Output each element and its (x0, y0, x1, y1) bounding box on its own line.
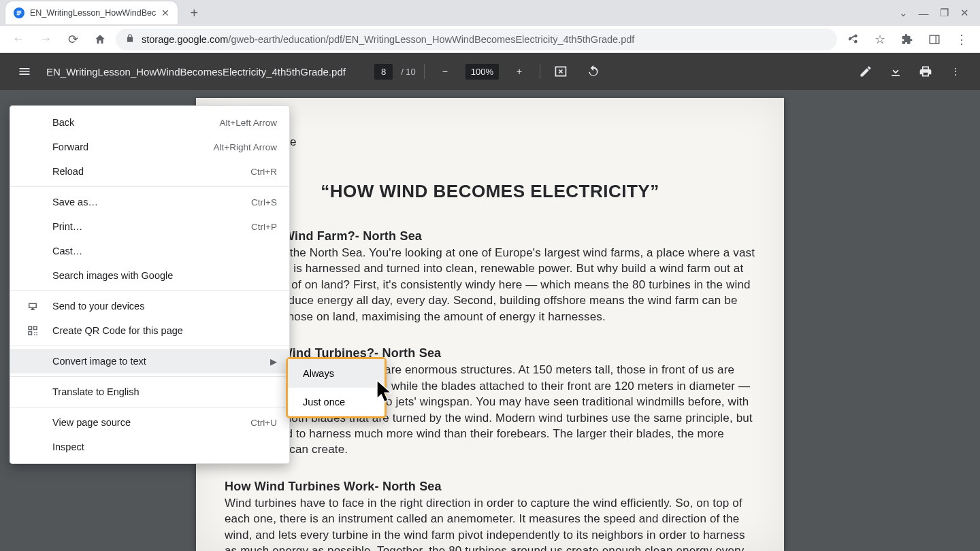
doc-section: How Wind Turbines Work- North Sea Wind t… (225, 480, 755, 551)
pdf-toolbar: EN_WritingLesson_HowWindBecomesElectrici… (0, 53, 980, 90)
pdf-page-input[interactable]: 8 (374, 64, 393, 80)
ctx-print[interactable]: Print… Ctrl+P (10, 214, 289, 239)
submenu-always[interactable]: Always (288, 359, 385, 388)
sidepanel-icon[interactable] (923, 28, 946, 51)
lock-icon (125, 33, 135, 45)
browser-tab[interactable]: EN_WritingLesson_HowWindBec ✕ (5, 1, 178, 24)
doc-section-body: Wind turbines have to face in the right … (225, 495, 755, 551)
mouse-cursor-icon (376, 380, 393, 405)
qr-icon (25, 323, 40, 338)
pdf-filename: EN_WritingLesson_HowWindBecomesElectrici… (46, 66, 346, 78)
nav-forward-button[interactable]: → (34, 28, 57, 51)
ctx-translate[interactable]: Translate to English (10, 380, 289, 404)
pdf-edit-icon[interactable] (853, 59, 878, 84)
ctx-inspect[interactable]: Inspect (10, 435, 289, 459)
submenu-chevron-icon: ▶ (270, 356, 277, 367)
zoom-in-button[interactable]: + (507, 59, 532, 84)
doc-grade: Grade 5 (225, 150, 755, 166)
bookmark-icon[interactable]: ☆ (868, 28, 892, 51)
new-tab-button[interactable]: + (184, 3, 203, 22)
window-minimize-icon[interactable]: — (913, 7, 934, 19)
context-submenu: Always Just once (286, 357, 387, 418)
nav-home-button[interactable] (88, 28, 112, 51)
nav-reload-button[interactable]: ⟳ (61, 28, 84, 51)
ctx-create-qr[interactable]: Create QR Code for this page (10, 318, 289, 343)
fit-page-icon[interactable] (549, 59, 573, 84)
ctx-convert-image-to-text[interactable]: Convert image to text ▶ (10, 349, 289, 373)
tab-strip: EN_WritingLesson_HowWindBec ✕ + ⌄ — ❐ ✕ (0, 0, 980, 26)
tab-search-icon[interactable]: ⌄ (893, 7, 913, 19)
ctx-forward[interactable]: Forward Alt+Right Arrow (10, 135, 289, 159)
tab-favicon (14, 7, 24, 18)
extensions-icon[interactable] (896, 28, 919, 51)
ctx-back[interactable]: Back Alt+Left Arrow (10, 110, 289, 135)
pdf-print-icon[interactable] (913, 59, 938, 84)
window-maximize-icon[interactable]: ❐ (934, 7, 954, 19)
doc-subject: Earth science (225, 135, 755, 150)
doc-section: What is a Wind Farm?- North Sea Welcome … (225, 229, 755, 324)
doc-section-heading: How Wind Turbines Work- North Sea (225, 480, 755, 494)
pdf-menu-icon[interactable] (12, 59, 37, 84)
ctx-cast[interactable]: Cast… (10, 239, 289, 263)
zoom-out-button[interactable]: − (433, 59, 457, 84)
doc-section-heading: What is a Wind Farm?- North Sea (225, 229, 755, 244)
browser-menu-icon[interactable]: ⋮ (950, 28, 973, 51)
url-host: storage.google.com/gweb-earth/education/… (142, 34, 634, 45)
tab-close-icon[interactable]: ✕ (161, 7, 169, 18)
rotate-icon[interactable] (581, 59, 606, 84)
address-bar[interactable]: storage.google.com/gweb-earth/education/… (116, 29, 837, 50)
doc-title: “HOW WIND BECOMES ELECTRICITY” (225, 181, 755, 202)
pdf-page-total: / 10 (401, 67, 416, 77)
ctx-view-source[interactable]: View page source Ctrl+U (10, 410, 289, 435)
nav-back-button[interactable]: ← (7, 28, 30, 51)
pdf-more-icon[interactable]: ⋮ (943, 59, 968, 84)
devices-icon (25, 299, 40, 314)
window-close-icon[interactable]: ✕ (954, 7, 975, 19)
submenu-just-once[interactable]: Just once (288, 388, 385, 416)
ctx-save-as[interactable]: Save as… Ctrl+S (10, 190, 289, 214)
pdf-page-controls: 8 / 10 − 100% + (374, 59, 606, 84)
ctx-send-to-devices[interactable]: Send to your devices (10, 294, 289, 318)
ctx-reload[interactable]: Reload Ctrl+R (10, 159, 289, 184)
ctx-search-images[interactable]: Search images with Google (10, 263, 289, 288)
browser-toolbar: ← → ⟳ storage.google.com/gweb-earth/educ… (0, 26, 980, 53)
tab-title: EN_WritingLesson_HowWindBec (30, 8, 156, 18)
context-menu: Back Alt+Left Arrow Forward Alt+Right Ar… (10, 105, 290, 464)
doc-section-body: Welcome to the North Sea. You're looking… (225, 245, 755, 324)
zoom-level[interactable]: 100% (466, 64, 499, 80)
pdf-download-icon[interactable] (883, 59, 908, 84)
share-icon[interactable] (841, 28, 864, 51)
